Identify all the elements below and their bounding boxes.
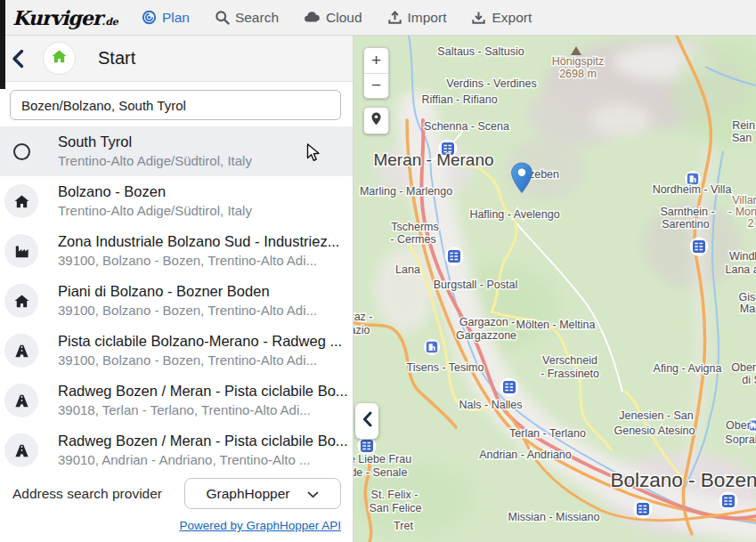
provider-select[interactable]: GraphHopper (184, 478, 341, 509)
map-label: - Frassineto (541, 368, 599, 380)
map-label: zeben (529, 168, 559, 181)
map-label: azio (354, 324, 370, 336)
map-label: Schenna - Scena (424, 120, 509, 133)
search-results-list: South Tyrol Trentino-Alto Adige/Südtirol… (0, 126, 353, 475)
result-row-radweg-andrian[interactable]: Radweg Bozen / Meran - Pista ciclabile B… (0, 425, 353, 475)
result-title: Pista ciclabile Bolzano-Merano - Radweg … (58, 331, 342, 352)
result-title: Zona Industriale Bolzano Sud - Industrie… (58, 231, 339, 252)
window-edge-strip (0, 0, 5, 89)
chevron-left-icon (362, 411, 372, 431)
result-row-south-tyrol[interactable]: South Tyrol Trentino-Alto Adige/Südtirol… (0, 126, 353, 176)
chevron-down-icon (307, 486, 319, 502)
map-label: Ober (726, 419, 751, 432)
map-label: Marling - Marlengo (360, 185, 452, 198)
map-label: San (732, 132, 752, 144)
map-label: Gargazon - (459, 316, 516, 328)
result-subtitle: Trentino-Alto Adige/Südtirol, Italy (58, 202, 252, 220)
map-label: Mad (740, 303, 756, 315)
top-navigation-bar: Kurviger.de Plan Search Cloud (0, 0, 756, 36)
result-row-piani-di-bolzano[interactable]: Piani di Bolzano - Bozner Boden 39100, B… (0, 276, 353, 326)
nav-menu: Plan Search Cloud Import (142, 10, 532, 26)
result-title: Piani di Bolzano - Bozner Boden (58, 281, 317, 302)
set-marker-button[interactable] (363, 107, 389, 134)
powered-by-link[interactable]: Powered by GraphHopper API (179, 519, 341, 532)
map-label: Genesio Atesino (614, 425, 695, 437)
map-view[interactable]: Saltaus - SaltusioHönigspitz2698 mVerdin… (354, 36, 756, 542)
provider-selected-value: GraphHopper (207, 486, 290, 502)
map-label: Andrian - Andriano (479, 449, 572, 461)
motorway-shield-icon (690, 238, 709, 256)
map-label: Lana (395, 263, 420, 276)
region-icon (4, 134, 38, 168)
result-subtitle: 39100, Bolzano - Bozen, Trentino-Alto Ad… (58, 302, 317, 320)
map-label: Oberin (731, 361, 756, 374)
provider-label: Address search provider (12, 486, 162, 502)
map-label: - Mon (728, 206, 756, 218)
map-label: Villar (732, 194, 756, 206)
collapse-panel-button[interactable] (355, 403, 378, 439)
nav-label: Cloud (326, 10, 362, 26)
result-row-bolzano[interactable]: Bolzano - Bozen Trentino-Alto Adige/Südt… (0, 176, 353, 226)
map-label: Verdins - Verdines (446, 77, 536, 90)
home-icon (4, 184, 38, 218)
home-icon (4, 284, 38, 318)
map-label: Giss (739, 291, 756, 303)
nav-item-export[interactable]: Export (471, 10, 532, 26)
map-label: Hafling - Avelengo (469, 208, 559, 221)
back-button[interactable] (12, 48, 29, 69)
start-panel: Start South Tyrol Trentino-Alto Adige/Sü… (0, 36, 354, 542)
map-label: di S (742, 374, 756, 386)
nav-label: Plan (162, 10, 190, 26)
kurviger-logo[interactable]: Kurviger.de (12, 6, 118, 29)
map-label: Windla (729, 250, 756, 263)
road-icon (4, 384, 38, 417)
address-search-input[interactable] (10, 90, 341, 120)
home-waypoint-button[interactable] (43, 42, 76, 75)
map-label: - Cermes (390, 233, 435, 246)
road-icon (4, 433, 38, 467)
zoom-control: + − (363, 47, 389, 99)
result-subtitle: 39100, Bolzano - Bozen, Trentino-Alto Ad… (58, 252, 339, 270)
nav-label: Export (492, 10, 532, 26)
road-icon (4, 334, 38, 368)
motorway-shield-icon (445, 247, 464, 266)
result-row-zona-industriale[interactable]: Zona Industriale Bolzano Sud - Industrie… (0, 226, 353, 276)
nav-item-search[interactable]: Search (215, 10, 279, 26)
map-label: Rein (732, 119, 755, 132)
map-label: 2 (748, 217, 754, 230)
map-label: lde - Senale (354, 466, 407, 479)
map-label: raz - (354, 311, 373, 323)
map-label: Afing - Avigna (654, 362, 722, 375)
result-subtitle: 39010, Andrian - Andriano, Trentino-Alto… (58, 451, 348, 469)
motorway-shield-icon (500, 378, 519, 397)
result-subtitle: Trentino-Alto Adige/Südtirol, Italy (58, 152, 252, 170)
nav-item-plan[interactable]: Plan (142, 10, 190, 26)
result-subtitle: 39018, Terlan - Terlano, Trentino-Alto A… (58, 401, 348, 419)
result-row-radweg-terlan[interactable]: Radweg Bozen / Meran - Pista ciclabile B… (0, 376, 353, 425)
nav-item-cloud[interactable]: Cloud (304, 10, 362, 26)
app-window: Kurviger.de Plan Search Cloud (0, 0, 756, 542)
map-label: Soprabo (725, 433, 756, 446)
result-row-pista-ciclabile[interactable]: Pista ciclabile Bolzano-Merano - Radweg … (0, 326, 353, 376)
nav-label: Import (408, 10, 447, 26)
map-label: Lana al (725, 263, 756, 276)
map-label: Nordheim - Villa (653, 183, 732, 196)
map-label: Riffian - Rifiano (421, 93, 497, 106)
zoom-out-button[interactable]: − (364, 74, 388, 99)
zoom-in-button[interactable]: + (364, 48, 388, 74)
map-canvas[interactable]: Saltaus - SaltusioHönigspitz2698 mVerdin… (354, 36, 756, 542)
map-label: Tisens - Tesimo (407, 361, 484, 374)
terrain-blob (589, 104, 653, 136)
nav-label: Search (235, 10, 279, 26)
map-label: Bolzano - Bozen (610, 469, 756, 491)
map-label: Missian - Missiano (508, 511, 600, 523)
map-label: Gargazzone (456, 329, 516, 342)
nav-item-import[interactable]: Import (387, 10, 447, 26)
industry-icon (4, 234, 38, 268)
map-label: San Felice (369, 502, 421, 514)
map-label: Saltaus - Saltusio (437, 45, 524, 58)
map-label: 2698 m (559, 68, 597, 80)
map-label: e Liebe Frau (354, 453, 411, 465)
map-label: Tscherms (391, 221, 438, 233)
map-label: Nals - Nalles (459, 399, 523, 411)
